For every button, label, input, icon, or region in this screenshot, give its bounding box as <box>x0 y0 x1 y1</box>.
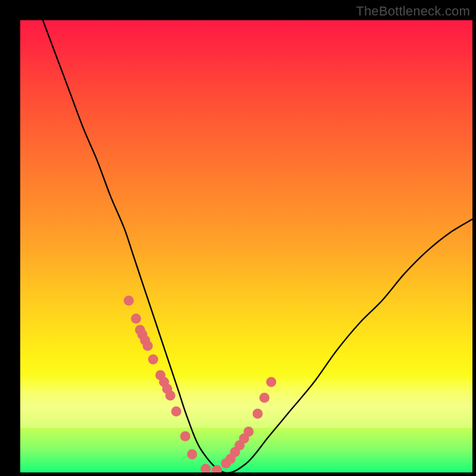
curve-layer <box>20 20 472 472</box>
highlight-dot <box>266 377 276 387</box>
highlight-dot <box>124 296 134 306</box>
highlight-dot <box>187 449 197 459</box>
highlight-dot <box>201 464 211 472</box>
plot-area <box>20 20 472 472</box>
highlight-dot <box>148 355 158 365</box>
highlight-dot <box>259 393 270 403</box>
highlight-dot <box>165 390 176 400</box>
highlight-dot <box>243 427 253 437</box>
highlight-dot <box>131 314 141 324</box>
highlight-dot <box>171 406 181 416</box>
watermark-text: TheBottleneck.com <box>356 4 470 19</box>
chart-stage: TheBottleneck.com <box>0 0 476 476</box>
highlight-dots-group <box>124 296 276 472</box>
highlight-dot <box>253 409 263 419</box>
bottleneck-curve <box>43 20 472 472</box>
highlight-dot <box>180 431 190 441</box>
highlight-dot <box>143 341 153 351</box>
